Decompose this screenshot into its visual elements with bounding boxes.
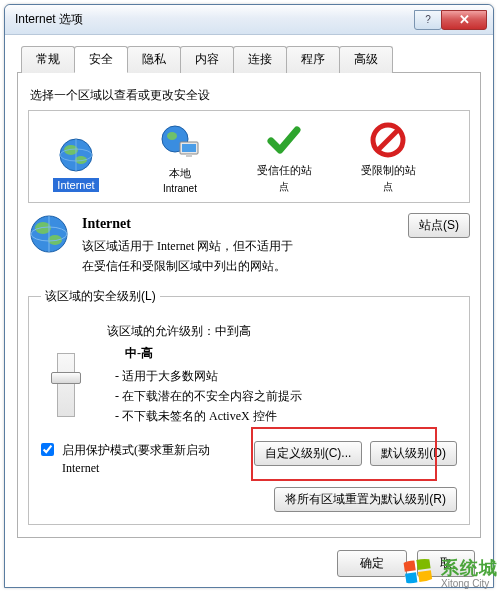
custom-level-button[interactable]: 自定义级别(C)...	[254, 441, 363, 466]
globe-monitor-icon	[137, 122, 223, 162]
close-button[interactable]: ✕	[441, 10, 487, 30]
prohibited-icon	[345, 119, 431, 159]
zone-name: Internet	[82, 213, 398, 235]
zone-select-label: 选择一个区域以查看或更改安全设	[30, 87, 470, 104]
protected-mode-label: 启用保护模式(要求重新启动 Internet	[62, 441, 212, 477]
tab-strip: 常规 安全 隐私 内容 连接 程序 高级	[17, 45, 481, 73]
zone-trusted[interactable]: 受信任的站 点	[241, 119, 327, 194]
security-level-slider[interactable]	[57, 353, 75, 417]
slider-thumb[interactable]	[51, 372, 81, 384]
checkmark-icon	[241, 119, 327, 159]
zone-description: Internet 该区域适用于 Internet 网站，但不适用于 在受信任和受…	[28, 213, 470, 276]
svg-rect-9	[186, 154, 192, 157]
tab-connections[interactable]: 连接	[233, 46, 287, 73]
titlebar[interactable]: Internet 选项 ? ✕	[5, 5, 493, 35]
default-level-button[interactable]: 默认级别(D)	[370, 441, 457, 466]
internet-options-dialog: Internet 选项 ? ✕ 常规 安全 隐私 内容 连接 程序 高级 选择一…	[4, 4, 494, 588]
protected-mode-checkbox[interactable]	[41, 443, 54, 456]
tab-security[interactable]: 安全	[74, 46, 128, 73]
security-level-legend: 该区域的安全级别(L)	[41, 288, 160, 305]
globe-icon	[28, 213, 72, 276]
watermark: 系统城 Xitong City	[401, 555, 498, 589]
zone-internet[interactable]: Internet	[33, 134, 119, 194]
reset-all-zones-button[interactable]: 将所有区域重置为默认级别(R)	[274, 487, 457, 512]
windows-logo-icon	[401, 555, 435, 589]
security-level-group: 该区域的安全级别(L) 该区域的允许级别：中到高 中-高 - 适用于大多数网站 …	[28, 288, 470, 525]
allowed-levels-label: 该区域的允许级别：中到高	[107, 321, 457, 341]
globe-icon	[33, 134, 119, 174]
zone-restricted[interactable]: 受限制的站 点	[345, 119, 431, 194]
help-button[interactable]: ?	[414, 10, 442, 30]
level-bullet: - 不下载未签名的 ActiveX 控件	[115, 406, 457, 426]
current-level-name: 中-高	[125, 343, 457, 363]
tab-advanced[interactable]: 高级	[339, 46, 393, 73]
ok-button[interactable]: 确定	[337, 550, 407, 577]
sites-button[interactable]: 站点(S)	[408, 213, 470, 238]
watermark-text: 系统城	[441, 556, 498, 580]
zone-list[interactable]: Internet 本地 Intranet 受信任的站 点	[28, 110, 470, 203]
svg-rect-8	[182, 144, 196, 152]
zone-desc-line2: 在受信任和受限制区域中列出的网站。	[82, 257, 398, 276]
tab-general[interactable]: 常规	[21, 46, 75, 73]
security-panel: 选择一个区域以查看或更改安全设 Internet 本地 Intranet	[17, 73, 481, 538]
level-bullet: - 在下载潜在的不安全内容之前提示	[115, 386, 457, 406]
zone-local-intranet[interactable]: 本地 Intranet	[137, 122, 223, 194]
tab-content[interactable]: 内容	[180, 46, 234, 73]
svg-point-6	[167, 132, 177, 140]
zone-desc-line1: 该区域适用于 Internet 网站，但不适用于	[82, 237, 398, 256]
window-title: Internet 选项	[15, 11, 415, 28]
level-bullet: - 适用于大多数网站	[115, 366, 457, 386]
tab-privacy[interactable]: 隐私	[127, 46, 181, 73]
client-area: 常规 安全 隐私 内容 连接 程序 高级 选择一个区域以查看或更改安全设 Int…	[5, 35, 493, 587]
titlebar-buttons: ? ✕	[415, 10, 487, 30]
tab-programs[interactable]: 程序	[286, 46, 340, 73]
